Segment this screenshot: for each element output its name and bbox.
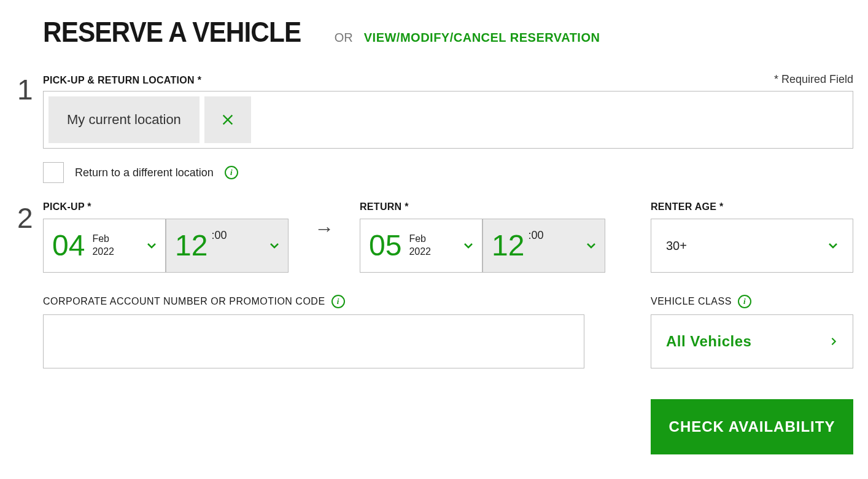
pickup-label: PICK-UP *: [43, 201, 289, 212]
pickup-month: Feb: [92, 233, 114, 246]
return-hour: 12: [492, 231, 524, 260]
info-icon[interactable]: i: [738, 295, 751, 308]
different-location-checkbox[interactable]: [43, 162, 64, 183]
arrow-icon: →: [303, 201, 345, 255]
close-icon: [221, 113, 234, 127]
pickup-minutes: :00: [211, 229, 227, 242]
return-month: Feb: [409, 233, 431, 246]
check-availability-button[interactable]: CHECK AVAILABILITY: [651, 399, 853, 454]
return-time-picker[interactable]: 12 :00: [482, 219, 605, 273]
promo-code-input[interactable]: [43, 314, 584, 368]
info-icon[interactable]: i: [331, 295, 345, 308]
location-chip: My current location: [48, 96, 200, 143]
step-2-number: 2: [17, 201, 33, 235]
chevron-down-icon: [269, 241, 279, 251]
modify-reservation-link[interactable]: VIEW/MODIFY/CANCEL RESERVATION: [364, 31, 600, 45]
pickup-location-label: PICK-UP & RETURN LOCATION *: [43, 75, 201, 86]
pickup-day: 04: [52, 231, 85, 260]
page-title: RESERVE A VEHICLE: [43, 15, 301, 49]
step-1-number: 1: [17, 73, 33, 106]
chevron-down-icon: [147, 241, 157, 251]
info-icon[interactable]: i: [225, 166, 238, 179]
return-minutes: :00: [528, 229, 543, 242]
renter-age-value: 30+: [666, 239, 687, 253]
chevron-down-icon: [463, 241, 473, 251]
chevron-down-icon: [586, 241, 596, 251]
renter-age-label: RENTER AGE *: [651, 201, 853, 212]
pickup-date-picker[interactable]: 04 Feb 2022: [43, 219, 166, 273]
vehicle-class-value: All Vehicles: [666, 333, 751, 350]
return-year: 2022: [409, 246, 431, 259]
vehicle-class-select[interactable]: All Vehicles: [651, 314, 853, 368]
promo-label: CORPORATE ACCOUNT NUMBER OR PROMOTION CO…: [43, 296, 325, 307]
location-input-container[interactable]: My current location: [43, 91, 853, 149]
or-separator: OR: [335, 31, 353, 45]
return-date-picker[interactable]: 05 Feb 2022: [360, 219, 482, 273]
pickup-year: 2022: [92, 246, 114, 259]
vehicle-class-label: VEHICLE CLASS: [651, 296, 732, 307]
required-field-note: * Required Field: [774, 73, 853, 86]
return-label: RETURN *: [360, 201, 605, 212]
renter-age-select[interactable]: 30+: [651, 219, 853, 273]
different-location-label: Return to a different location: [75, 166, 214, 179]
clear-location-button[interactable]: [204, 96, 251, 143]
chevron-right-icon: [829, 335, 838, 348]
return-day: 05: [369, 231, 401, 260]
chevron-down-icon: [828, 241, 838, 251]
pickup-hour: 12: [175, 231, 207, 260]
pickup-time-picker[interactable]: 12 :00: [166, 219, 289, 273]
